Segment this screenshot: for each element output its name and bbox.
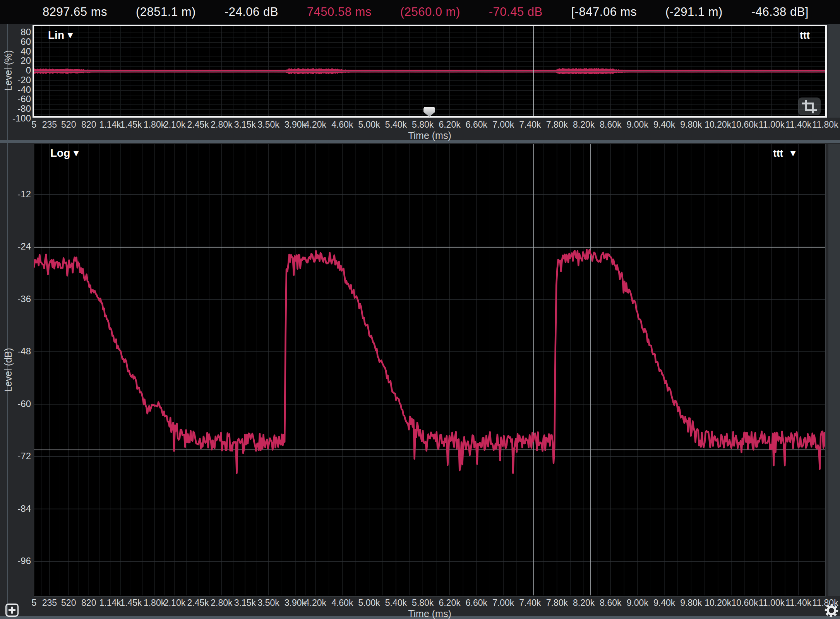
plus-icon [11, 607, 13, 614]
overview-y-tick-label: -80 [3, 104, 31, 113]
main-y-tick-label: -72 [3, 451, 31, 461]
dropdown-arrow-icon: ▼ [72, 147, 81, 159]
main-y-tick-label: -36 [3, 294, 31, 304]
overview-y-tick-label: -40 [3, 85, 31, 94]
main-trace-label: ttt [773, 147, 783, 159]
main-y-tick-label: -24 [3, 242, 31, 251]
overview-y-tick-label: 20 [3, 56, 31, 65]
readout-pink-time: 7450.58 ms [307, 5, 372, 19]
dropdown-arrow-icon: ▼ [66, 29, 75, 41]
zoom-crop-button[interactable] [798, 97, 821, 115]
readout-delta-distance: (-291.1 m) [665, 5, 723, 19]
crop-icon [801, 99, 818, 114]
overview-y-tick-label: 40 [3, 47, 31, 56]
main-right-margin [828, 144, 840, 596]
cursor-readout-bar: 8297.65 ms (2851.1 m) -24.06 dB 7450.58 … [0, 0, 840, 24]
main-trace-selector[interactable]: ttt▼ [773, 147, 797, 159]
main-y-tick-label: -96 [3, 556, 31, 566]
readout-white-distance: (2851.1 m) [136, 5, 196, 19]
overview-x-tick-label: 11.80k [807, 120, 840, 129]
overview-right-margin [828, 24, 840, 118]
readout-white-time: 8297.65 ms [43, 5, 107, 19]
main-y-axis-title: Level (dB) [2, 144, 15, 596]
overview-trace-label: ttt [800, 29, 810, 41]
overview-waveform-panel: Lin▼ ttt [33, 25, 827, 118]
overview-y-tick-label: 60 [3, 37, 31, 46]
readout-white-level: -24.06 dB [225, 5, 278, 19]
readout-pink-distance: (2560.0 m) [400, 5, 460, 19]
main-x-axis-title: Time (ms) [34, 608, 825, 619]
etc-plot[interactable] [34, 144, 825, 595]
dropdown-arrow-icon: ▼ [789, 147, 797, 159]
audio-analyzer-app: 8297.65 ms (2851.1 m) -24.06 dB 7450.58 … [0, 0, 840, 619]
overview-plot[interactable] [34, 26, 825, 116]
overview-y-tick-label: -20 [3, 75, 31, 85]
readout-delta-level: -46.38 dB] [751, 5, 809, 19]
main-y-tick-label: -84 [3, 504, 31, 513]
readout-delta-time: [-847.06 ms [571, 5, 637, 19]
etc-panel: Log▼ ttt▼ [34, 144, 826, 597]
main-scale-label: Log [50, 147, 70, 159]
overview-x-axis-title: Time (ms) [34, 130, 825, 141]
main-y-tick-label: -48 [3, 347, 31, 356]
overview-y-tick-label: 0 [3, 66, 31, 75]
overview-y-tick-label: 80 [3, 27, 31, 37]
etc-trace [34, 250, 825, 473]
overview-trace-selector[interactable]: ttt [800, 29, 810, 41]
main-y-tick-label: -60 [3, 399, 31, 409]
overview-scale-selector[interactable]: Lin▼ [48, 29, 75, 41]
main-x-tick-label: 11.80k [807, 598, 840, 607]
readout-pink-level: -70.45 dB [489, 5, 543, 19]
main-scale-selector[interactable]: Log▼ [50, 147, 81, 159]
overview-scale-label: Lin [48, 29, 64, 41]
main-y-tick-label: -12 [3, 190, 31, 199]
overview-y-tick-label: -60 [3, 94, 31, 104]
